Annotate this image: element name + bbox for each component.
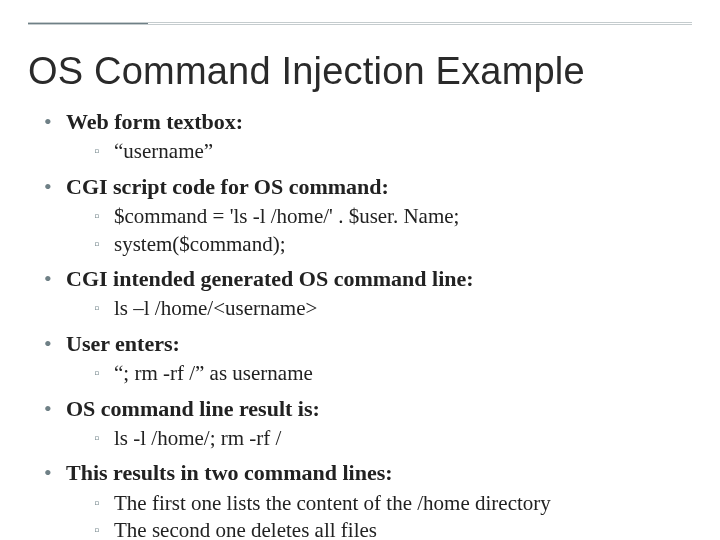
list-item: User enters: “; rm -rf /” as username — [44, 329, 692, 388]
bullet-label: This results in two command lines: — [66, 460, 393, 485]
sub-list: The first one lists the content of the /… — [66, 490, 692, 541]
sub-list: ls –l /home/<username> — [66, 295, 692, 323]
sub-list: $command = 'ls -l /home/' . $user. Name;… — [66, 203, 692, 258]
slide-title: OS Command Injection Example — [28, 50, 692, 93]
list-item: OS command line result is: ls -l /home/;… — [44, 394, 692, 453]
bullet-label: OS command line result is: — [66, 396, 320, 421]
slide: OS Command Injection Example Web form te… — [0, 0, 720, 540]
bullet-label: User enters: — [66, 331, 180, 356]
sub-list: “username” — [66, 138, 692, 166]
sub-item: ls –l /home/<username> — [94, 295, 692, 323]
bullet-label: CGI intended generated OS command line: — [66, 266, 474, 291]
bullet-label: Web form textbox: — [66, 109, 243, 134]
title-rule — [28, 22, 692, 25]
sub-list: “; rm -rf /” as username — [66, 360, 692, 388]
sub-item: $command = 'ls -l /home/' . $user. Name; — [94, 203, 692, 231]
sub-item: “; rm -rf /” as username — [94, 360, 692, 388]
list-item: CGI intended generated OS command line: … — [44, 264, 692, 323]
list-item: Web form textbox: “username” — [44, 107, 692, 166]
bullet-list: Web form textbox: “username” CGI script … — [44, 107, 692, 540]
sub-item: ls -l /home/; rm -rf / — [94, 425, 692, 453]
sub-item: “username” — [94, 138, 692, 166]
sub-list: ls -l /home/; rm -rf / — [66, 425, 692, 453]
sub-item: The second one deletes all files — [94, 517, 692, 540]
list-item: This results in two command lines: The f… — [44, 458, 692, 540]
sub-item: system($command); — [94, 231, 692, 259]
sub-item: The first one lists the content of the /… — [94, 490, 692, 518]
bullet-label: CGI script code for OS command: — [66, 174, 389, 199]
list-item: CGI script code for OS command: $command… — [44, 172, 692, 258]
